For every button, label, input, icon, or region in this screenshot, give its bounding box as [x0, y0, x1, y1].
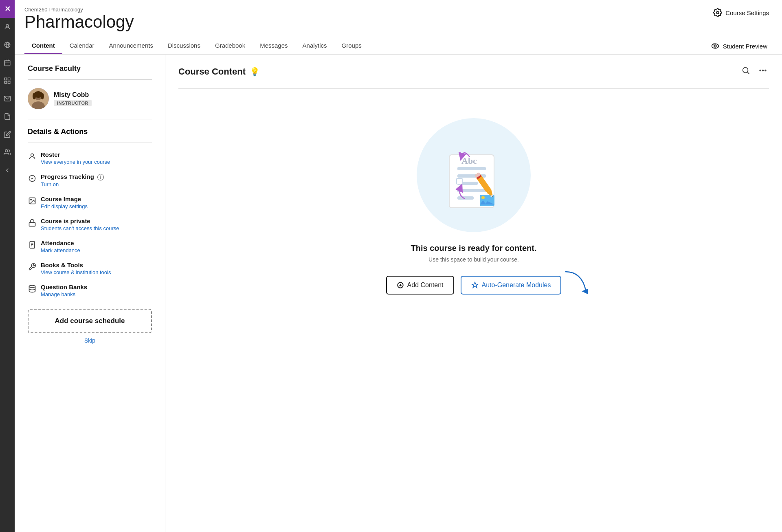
tab-announcements[interactable]: Announcements	[102, 38, 160, 54]
empty-title: This course is ready for content.	[411, 244, 537, 253]
nav-tabs: Content Calendar Announcements Discussio…	[24, 38, 772, 54]
arrow-annotation	[561, 268, 594, 296]
question-banks-label: Question Banks	[41, 284, 87, 290]
details-divider	[28, 119, 152, 119]
empty-subtitle: Use this space to build your course.	[428, 256, 519, 263]
tab-groups[interactable]: Groups	[334, 38, 369, 54]
svg-point-0	[6, 24, 9, 27]
tab-calendar[interactable]: Calendar	[62, 38, 102, 54]
books-tools-link[interactable]: View course & institution tools	[41, 269, 111, 275]
skip-link[interactable]: Skip	[28, 337, 152, 344]
auto-generate-icon	[471, 281, 479, 289]
svg-point-46	[481, 196, 485, 199]
illustration-container: Abc	[417, 118, 531, 232]
svg-text:Abc: Abc	[461, 156, 477, 166]
svg-rect-42	[457, 196, 474, 200]
more-options-button[interactable]	[757, 64, 769, 79]
calendar-icon-btn[interactable]	[0, 54, 15, 72]
svg-rect-3	[4, 60, 10, 66]
close-sidebar-button[interactable]: ✕	[0, 0, 15, 18]
tab-analytics[interactable]: Analytics	[295, 38, 334, 54]
attendance-action: Attendance Mark attendance	[28, 240, 152, 253]
question-banks-action: Question Banks Manage banks	[28, 284, 152, 297]
auto-generate-button[interactable]: Auto-Generate Modules	[461, 276, 562, 295]
course-image-icon	[28, 196, 37, 205]
roster-icon	[28, 152, 37, 161]
progress-tracking-label: Progress Tracking i	[41, 173, 104, 180]
tab-gradebook[interactable]: Gradebook	[208, 38, 253, 54]
progress-tracking-action: Progress Tracking i Turn on	[28, 173, 152, 187]
svg-rect-26	[29, 222, 35, 226]
edit-icon-btn[interactable]	[0, 125, 15, 143]
empty-actions: Add Content Auto-Generate Modules	[386, 276, 562, 295]
attendance-link[interactable]: Mark attendance	[41, 247, 80, 253]
users-icon-btn[interactable]	[0, 143, 15, 161]
add-content-label: Add Content	[407, 281, 444, 289]
add-course-schedule-button[interactable]: Add course schedule	[28, 309, 152, 333]
svg-point-34	[760, 70, 761, 71]
course-private-link[interactable]: Students can't access this course	[41, 225, 119, 231]
lock-icon	[28, 218, 37, 227]
svg-point-21	[41, 93, 44, 99]
progress-info-icon: i	[97, 174, 104, 180]
course-image-link[interactable]: Edit display settings	[41, 203, 88, 209]
progress-tracking-icon	[28, 174, 37, 183]
empty-state: Abc	[178, 102, 769, 311]
content-divider	[178, 88, 769, 89]
back-icon-btn[interactable]	[0, 161, 15, 179]
tab-content[interactable]: Content	[24, 38, 62, 54]
details-divider2	[28, 143, 152, 143]
progress-tracking-link[interactable]: Turn on	[41, 181, 104, 187]
books-tools-action: Books & Tools View course & institution …	[28, 262, 152, 275]
roster-action: Roster View everyone in your course	[28, 151, 152, 165]
svg-rect-9	[4, 81, 7, 84]
header: Chem260-Pharmacology Pharmacology Course…	[15, 0, 782, 55]
instructor-badge: INSTRUCTOR	[54, 100, 92, 106]
content-title-text: Course Content	[178, 66, 246, 77]
mail-icon-btn[interactable]	[0, 90, 15, 108]
grid-icon-btn[interactable]	[0, 72, 15, 90]
faculty-member: Misty Cobb INSTRUCTOR	[28, 88, 152, 109]
add-content-button[interactable]: Add Content	[386, 276, 454, 295]
question-banks-link[interactable]: Manage banks	[41, 291, 87, 297]
question-banks-icon	[28, 284, 37, 293]
svg-rect-41	[457, 189, 486, 192]
course-private-action: Course is private Students can't access …	[28, 218, 152, 231]
attendance-icon	[28, 240, 37, 249]
details-title: Details & Actions	[28, 128, 152, 136]
course-settings-button[interactable]: Course Settings	[710, 7, 772, 19]
globe-icon-btn[interactable]	[0, 36, 15, 54]
svg-point-12	[5, 149, 8, 152]
svg-point-22	[31, 154, 34, 157]
document-icon-btn[interactable]	[0, 108, 15, 125]
books-tools-label: Books & Tools	[41, 262, 111, 268]
search-button[interactable]	[740, 64, 752, 79]
tab-discussions[interactable]: Discussions	[160, 38, 208, 54]
svg-rect-44	[457, 178, 462, 184]
content-title: Course Content 💡	[178, 66, 260, 77]
svg-point-35	[762, 70, 764, 71]
lightbulb-icon: 💡	[250, 67, 260, 77]
svg-point-36	[765, 70, 766, 71]
right-panel: Course Content 💡	[165, 55, 782, 532]
avatar	[28, 88, 49, 109]
course-illustration: Abc	[433, 134, 514, 216]
svg-point-20	[33, 93, 36, 99]
profile-icon-btn[interactable]	[0, 18, 15, 36]
course-image-label: Course Image	[41, 196, 88, 202]
books-tools-icon	[28, 262, 37, 271]
preview-eye-icon	[711, 42, 720, 51]
search-icon	[741, 66, 750, 75]
svg-point-31	[29, 286, 35, 288]
roster-link[interactable]: View everyone in your course	[41, 159, 110, 165]
svg-rect-10	[8, 81, 10, 84]
left-panel: Course Faculty Misty Cob	[15, 55, 165, 532]
svg-rect-7	[4, 78, 7, 80]
svg-line-33	[747, 72, 749, 74]
svg-rect-38	[457, 167, 486, 170]
tab-messages[interactable]: Messages	[253, 38, 295, 54]
student-preview-button[interactable]: Student Preview	[706, 38, 772, 54]
auto-generate-label: Auto-Generate Modules	[482, 281, 551, 289]
add-content-plus-icon	[397, 281, 404, 289]
body-layout: Course Faculty Misty Cob	[15, 55, 782, 532]
